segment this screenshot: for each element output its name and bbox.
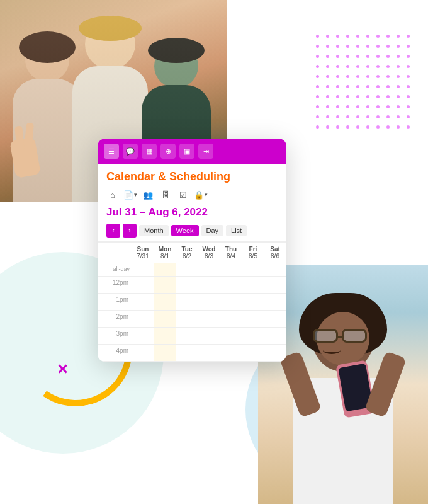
nav-users-icon[interactable]: 👥: [142, 188, 154, 201]
dot-decoration: [336, 125, 339, 129]
timecell-mon-4[interactable]: [154, 345, 176, 361]
timecell-wed-12[interactable]: [198, 277, 220, 293]
next-week-button[interactable]: ›: [123, 224, 137, 238]
timecell-sat-4[interactable]: [264, 345, 286, 361]
dot-decoration: [407, 45, 410, 48]
timecell-thu-4[interactable]: [220, 345, 242, 361]
dot-decoration: [376, 95, 380, 98]
timecell-mon-3[interactable]: [154, 328, 176, 344]
dot-decoration: [397, 105, 400, 108]
allday-tue[interactable]: [176, 263, 198, 276]
timecell-tue-12[interactable]: [176, 277, 198, 293]
dot-decoration: [356, 75, 359, 78]
allday-row: all-day: [98, 263, 286, 277]
timecell-sun-3[interactable]: [132, 328, 154, 344]
dot-decoration: [407, 115, 410, 118]
timecell-mon-2[interactable]: [154, 311, 176, 327]
dot-decoration: [386, 105, 390, 108]
dot-decoration: [407, 95, 410, 98]
timecell-wed-2[interactable]: [198, 311, 220, 327]
dot-decoration: [346, 35, 349, 38]
dot-decoration: [316, 35, 319, 38]
dot-decoration: [397, 55, 400, 58]
corner-cell: [98, 243, 132, 263]
timecell-fri-4[interactable]: [242, 345, 264, 361]
timecell-thu-12[interactable]: [220, 277, 242, 293]
dot-decoration: [336, 35, 339, 38]
allday-sat[interactable]: [264, 263, 286, 276]
date-nav-row: ‹ › Month Week Day List: [106, 224, 278, 238]
dot-decoration: [326, 125, 329, 129]
allday-label: all-day: [98, 263, 132, 276]
dot-decoration: [316, 125, 319, 129]
timecell-fri-1[interactable]: [242, 294, 264, 310]
timecell-tue-2[interactable]: [176, 311, 198, 327]
timecell-fri-3[interactable]: [242, 328, 264, 344]
toolbar-monitor-icon[interactable]: ▣: [179, 144, 194, 159]
allday-fri[interactable]: [242, 263, 264, 276]
timecell-thu-2[interactable]: [220, 311, 242, 327]
allday-sun[interactable]: [132, 263, 154, 276]
week-view-button[interactable]: Week: [171, 225, 199, 236]
list-view-button[interactable]: List: [226, 225, 247, 236]
allday-thu[interactable]: [220, 263, 242, 276]
dot-decoration: [336, 85, 339, 88]
month-view-button[interactable]: Month: [139, 225, 169, 236]
time-label-1pm: 1pm: [98, 294, 132, 310]
prev-week-button[interactable]: ‹: [106, 224, 120, 238]
timecell-sat-1[interactable]: [264, 294, 286, 310]
dot-decoration: [397, 75, 400, 78]
dot-decoration: [346, 75, 349, 78]
nav-doc-icon[interactable]: 📄: [124, 188, 137, 201]
dot-decoration: [376, 35, 380, 38]
timecell-sat-2[interactable]: [264, 311, 286, 327]
timecell-wed-3[interactable]: [198, 328, 220, 344]
timecell-sun-4[interactable]: [132, 345, 154, 361]
dot-decoration: [326, 45, 329, 48]
nav-check-icon[interactable]: ☑: [177, 188, 189, 201]
dot-decoration: [386, 65, 390, 68]
dot-decoration: [386, 45, 390, 48]
toolbar-share-icon[interactable]: ⇥: [198, 144, 213, 159]
dot-decoration: [346, 85, 349, 88]
timecell-mon-1[interactable]: [154, 294, 176, 310]
dot-decoration: [386, 55, 390, 58]
day-view-button[interactable]: Day: [201, 225, 224, 236]
dot-decoration: [316, 115, 319, 118]
timecell-wed-1[interactable]: [198, 294, 220, 310]
timecell-sat-12[interactable]: [264, 277, 286, 293]
dot-decoration: [356, 65, 359, 68]
timecell-thu-3[interactable]: [220, 328, 242, 344]
timecell-wed-4[interactable]: [198, 345, 220, 361]
timecell-sun-12[interactable]: [132, 277, 154, 293]
nav-db-icon[interactable]: 🗄: [159, 188, 172, 201]
timecell-tue-4[interactable]: [176, 345, 198, 361]
dot-decoration: [356, 85, 359, 88]
allday-wed[interactable]: [198, 263, 220, 276]
nav-home-icon[interactable]: ⌂: [106, 188, 119, 201]
allday-mon[interactable]: [154, 263, 176, 276]
timecell-sun-1[interactable]: [132, 294, 154, 310]
timecell-thu-1[interactable]: [220, 294, 242, 310]
dot-decoration: [366, 95, 369, 98]
dot-decoration: [386, 75, 390, 78]
timecell-fri-2[interactable]: [242, 311, 264, 327]
dot-decoration: [386, 85, 390, 88]
timecell-tue-3[interactable]: [176, 328, 198, 344]
dot-decoration: [407, 75, 410, 78]
toolbar-chat-icon[interactable]: 💬: [123, 144, 138, 159]
toolbar-globe-icon[interactable]: ⊕: [160, 144, 176, 159]
toolbar-files-icon[interactable]: ▦: [142, 144, 157, 159]
nav-lock-icon[interactable]: 🔒: [194, 188, 207, 201]
toolbar-menu-icon[interactable]: ☰: [104, 144, 119, 159]
timecell-sun-2[interactable]: [132, 311, 154, 327]
timecell-tue-1[interactable]: [176, 294, 198, 310]
dot-decoration: [397, 85, 400, 88]
dot-decoration: [336, 65, 339, 68]
dot-decoration: [346, 105, 349, 108]
dot-decoration: [346, 115, 349, 118]
calendar-header: Calendar & Scheduling ⌂ 📄 👥 🗄 ☑ 🔒 Jul 31…: [98, 164, 286, 242]
timecell-fri-12[interactable]: [242, 277, 264, 293]
timecell-mon-12[interactable]: [154, 277, 176, 293]
timecell-sat-3[interactable]: [264, 328, 286, 344]
